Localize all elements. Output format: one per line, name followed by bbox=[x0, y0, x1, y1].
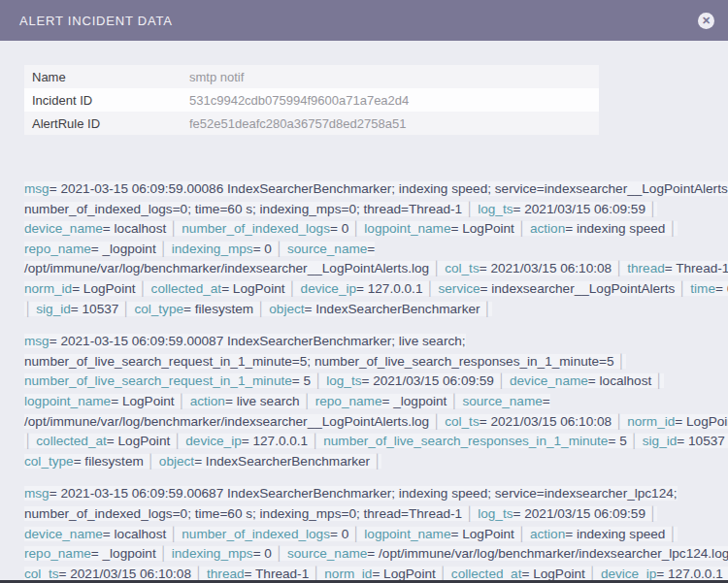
log-separator: │ bbox=[645, 202, 657, 216]
log-value: = localhost bbox=[588, 373, 651, 388]
log-entry: msg= 2021-03-15 06:09:59.00687 IndexSear… bbox=[24, 484, 728, 583]
log-separator: │ bbox=[585, 567, 601, 581]
log-separator: │ bbox=[253, 302, 269, 316]
log-key: thread bbox=[207, 567, 245, 581]
log-separator: │ bbox=[166, 221, 182, 236]
log-separator: │ bbox=[422, 281, 438, 296]
log-value: = LogPoint bbox=[675, 414, 728, 429]
row-value: fe52e51deafc280a36757d8ed2758a51 bbox=[189, 116, 406, 131]
log-key: norm_id bbox=[324, 567, 372, 581]
log-key: col_type bbox=[24, 454, 74, 469]
log-key: logpoint_name bbox=[364, 221, 450, 236]
log-key: object bbox=[159, 454, 194, 469]
log-separator: │ bbox=[175, 394, 190, 408]
log-separator: │ bbox=[436, 567, 451, 581]
log-key: source_name bbox=[287, 242, 367, 256]
log-key: device_name bbox=[24, 221, 103, 236]
log-entry: msg= 2021-03-15 06:09:59.00087 IndexSear… bbox=[24, 332, 728, 471]
row-label: AlertRule ID bbox=[24, 116, 189, 131]
log-key: number_of_indexed_logs bbox=[182, 221, 330, 236]
row-value: 531c9942cdb075994f9600a71a7ea2d4 bbox=[189, 93, 409, 108]
log-separator: │ bbox=[166, 527, 182, 541]
log-value: = LogPoint bbox=[72, 281, 135, 296]
log-separator: │ bbox=[348, 527, 364, 541]
table-row: Incident ID 531c9942cdb075994f9600a71a7e… bbox=[24, 88, 599, 112]
log-value: = 2021/03/15 06:09:59 bbox=[513, 202, 645, 216]
log-value: = 0 bbox=[253, 242, 272, 256]
log-value: = localhost bbox=[103, 527, 166, 541]
log-key: action bbox=[530, 221, 565, 236]
log-key: col_ts bbox=[24, 567, 59, 581]
log-value: = 5 bbox=[608, 434, 626, 448]
log-key: col_ts bbox=[445, 414, 480, 429]
log-key: sig_id bbox=[36, 302, 71, 316]
log-key: object bbox=[269, 302, 304, 316]
close-icon: ✕ bbox=[702, 15, 711, 25]
log-value: = indexing speed bbox=[565, 527, 665, 541]
log-separator: │ bbox=[723, 567, 728, 581]
log-separator: │ bbox=[612, 261, 627, 275]
log-key: source_name bbox=[287, 546, 367, 561]
log-value: = 2021/03/15 06:10:08 bbox=[480, 414, 612, 429]
log-value: = indexsearcher__LogPointAlerts bbox=[480, 281, 676, 296]
row-label: Name bbox=[24, 70, 189, 84]
log-key: source_name bbox=[462, 394, 542, 408]
log-key: collected_at bbox=[451, 567, 522, 581]
log-separator: │ bbox=[462, 506, 478, 521]
log-key: logpoint_name bbox=[24, 394, 111, 408]
log-separator: │ bbox=[645, 506, 657, 521]
log-separator: │ bbox=[429, 261, 445, 275]
log-key: log_ts bbox=[478, 506, 513, 521]
log-value: = 0 bbox=[253, 546, 272, 561]
log-key: repo_name bbox=[315, 394, 382, 408]
log-separator: │ bbox=[24, 302, 36, 316]
log-separator: │ bbox=[494, 373, 510, 388]
log-key: device_ip bbox=[601, 567, 656, 581]
log-value: = 127.0.0.1 bbox=[656, 567, 722, 581]
log-value: = /opt/immune/var/log/benchmarker/indexs… bbox=[367, 546, 728, 561]
table-row: AlertRule ID fe52e51deafc280a36757d8ed27… bbox=[24, 112, 599, 135]
dialog-header: ALERT INCIDENT DATA ✕ bbox=[0, 0, 728, 41]
log-value: = IndexSearcherBenchmarker bbox=[305, 302, 480, 316]
log-separator: │ bbox=[665, 221, 677, 236]
log-separator: │ bbox=[272, 546, 287, 561]
log-separator: │ bbox=[627, 434, 643, 448]
log-separator: │ bbox=[651, 373, 663, 388]
log-value: = 2021/03/15 06:09:59 bbox=[361, 373, 493, 388]
incident-info-table: Name smtp notif Incident ID 531c9942cdb0… bbox=[24, 65, 599, 135]
table-row: Name smtp notif bbox=[24, 65, 599, 88]
log-key: indexing_mps bbox=[172, 242, 253, 256]
log-value: = 10537 bbox=[677, 434, 725, 448]
log-value: = 2021/03/15 06:10:08 bbox=[59, 567, 191, 581]
log-key: indexing_mps bbox=[172, 546, 253, 561]
log-separator: │ bbox=[462, 202, 478, 216]
log-value: = localhost bbox=[103, 221, 166, 236]
log-key: msg bbox=[24, 486, 50, 501]
log-key: service bbox=[439, 281, 480, 296]
log-value: = 2021/03/15 06:09:59 bbox=[513, 506, 645, 521]
log-separator: │ bbox=[480, 302, 492, 316]
log-separator: │ bbox=[614, 354, 626, 369]
log-key: device_name bbox=[510, 373, 588, 388]
close-button[interactable]: ✕ bbox=[698, 13, 714, 29]
log-value: = indexing speed bbox=[565, 221, 665, 236]
row-value: smtp notif bbox=[189, 70, 244, 84]
log-value: = 0 bbox=[330, 221, 348, 236]
log-key: action bbox=[190, 394, 225, 408]
log-key: number_of_live_search_responses_in_1_min… bbox=[323, 434, 608, 448]
log-separator: │ bbox=[191, 567, 207, 581]
log-key: time bbox=[690, 281, 715, 296]
log-value: = Thread-1 bbox=[245, 567, 310, 581]
log-separator: │ bbox=[447, 394, 462, 408]
log-value: = 2021/03/15 06:10:08 bbox=[480, 261, 612, 275]
log-key: logpoint_name bbox=[364, 527, 450, 541]
log-entry: msg= 2021-03-15 06:09:59.00086 IndexSear… bbox=[24, 179, 728, 319]
log-value: = _logpoint bbox=[91, 546, 156, 561]
log-separator: │ bbox=[311, 373, 326, 388]
log-separator: │ bbox=[429, 414, 445, 429]
log-value: = LogPoint bbox=[372, 567, 435, 581]
log-separator: │ bbox=[136, 281, 151, 296]
log-key: action bbox=[530, 527, 565, 541]
log-separator: │ bbox=[370, 454, 381, 469]
log-key: norm_id bbox=[627, 414, 675, 429]
